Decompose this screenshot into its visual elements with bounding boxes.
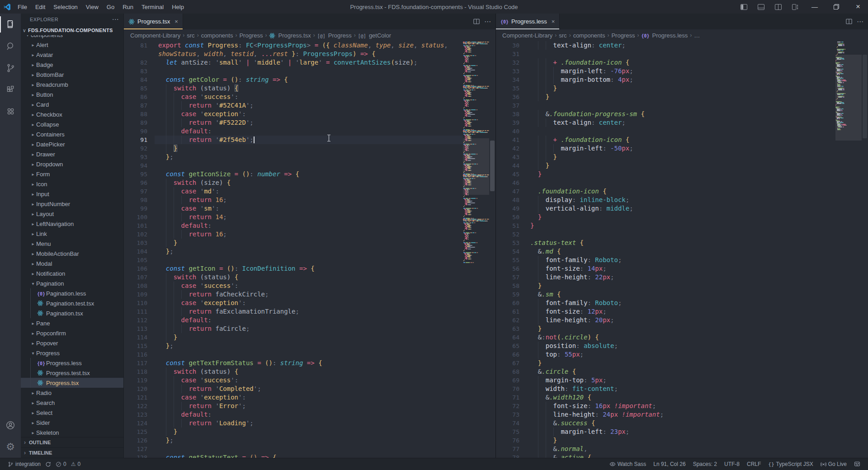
tree-item-leftnavigation[interactable]: ▸LeftNavigation — [21, 219, 123, 229]
code-editor[interactable]: 81export const Progress: FC<ProgressProp… — [124, 41, 495, 458]
breadcrumb-item[interactable]: Component-Library — [502, 32, 552, 39]
menu-run[interactable]: Run — [118, 4, 137, 10]
status-spaces-2[interactable]: Spaces: 2 — [691, 461, 719, 467]
status-ln-91-col-26[interactable]: Ln 91, Col 26 — [651, 461, 688, 467]
close-tab-icon[interactable]: × — [552, 18, 555, 25]
status-feedback[interactable] — [852, 461, 863, 467]
tree-item-notification[interactable]: ▸Notification — [21, 268, 123, 278]
outline-section[interactable]: › OUTLINE — [21, 437, 123, 447]
tree-item-progress[interactable]: ▾Progress — [21, 348, 123, 358]
tree-item-menu[interactable]: ▸Menu — [21, 239, 123, 249]
breadcrumb-item[interactable]: src — [187, 32, 194, 39]
split-editor-layout-icon[interactable] — [770, 0, 786, 14]
breadcrumb-item[interactable]: Progress — [328, 32, 352, 39]
timeline-section[interactable]: › TIMELINE — [21, 447, 123, 458]
status-go-live[interactable]: Go Live — [818, 461, 849, 467]
close-tab-icon[interactable]: × — [175, 18, 178, 25]
tree-item-form[interactable]: ▸Form — [21, 169, 123, 179]
tree-item-badge[interactable]: ▸Badge — [21, 60, 123, 70]
tree-item-dropdown[interactable]: ▸Dropdown — [21, 159, 123, 169]
breadcrumb-item[interactable]: components — [201, 32, 233, 39]
tree-item-input[interactable]: ▸Input — [21, 189, 123, 199]
scrollbar-thumb[interactable] — [490, 141, 495, 191]
split-editor-icon[interactable] — [846, 19, 852, 24]
components-cluster-icon[interactable] — [0, 100, 21, 122]
minimap[interactable] — [463, 41, 489, 458]
tree-item-button[interactable]: ▸Button — [21, 89, 123, 99]
menu-help[interactable]: Help — [168, 4, 188, 10]
tree-item-components[interactable]: ▾components — [21, 35, 123, 40]
breadcrumb-item[interactable]: components — [573, 32, 605, 39]
status-watch-sass[interactable]: Watch Sass — [607, 461, 649, 467]
breadcrumb-item[interactable]: … — [694, 32, 700, 39]
tree-item-link[interactable]: ▸Link — [21, 229, 123, 239]
breadcrumb-item[interactable]: Progress.less — [652, 32, 688, 39]
close-window-button[interactable]: × — [848, 0, 868, 14]
tree-item-drawer[interactable]: ▸Drawer — [21, 149, 123, 159]
minimap-slider[interactable] — [463, 138, 489, 195]
code-editor[interactable]: 30 text-align: center;3132 + .foundation… — [496, 41, 868, 458]
minimap[interactable] — [835, 41, 862, 458]
tree-item-select[interactable]: ▸Select — [21, 408, 123, 418]
breadcrumb-item[interactable]: Progress — [611, 32, 635, 39]
breadcrumb[interactable]: Component-Library›src›components›Progres… — [124, 29, 495, 41]
tree-item-progress-test-tsx[interactable]: Progress.test.tsx — [21, 368, 123, 378]
split-editor-icon[interactable] — [473, 19, 480, 24]
settings-icon[interactable]: ⚙ — [0, 436, 21, 458]
scrollbar-thumb[interactable] — [863, 55, 867, 138]
extensions-icon[interactable] — [0, 79, 21, 100]
status-typescript-jsx[interactable]: {}TypeScript JSX — [766, 461, 815, 467]
tree-item-datepicker[interactable]: ▸DatePicker — [21, 139, 123, 149]
tree-item-collapse[interactable]: ▸Collapse — [21, 119, 123, 129]
tree-item-skeleton[interactable]: ▸Skeleton — [21, 428, 123, 437]
tree-item-radio[interactable]: ▸Radio — [21, 388, 123, 398]
menu-edit[interactable]: Edit — [31, 4, 49, 10]
tree-item-icon[interactable]: ▸Icon — [21, 179, 123, 189]
vertical-scrollbar[interactable] — [489, 41, 495, 458]
breadcrumb-item[interactable]: getColor — [369, 32, 391, 39]
tree-item-pagination-test-tsx[interactable]: Pagination.test.tsx — [21, 298, 123, 308]
tree-item-progress-tsx[interactable]: Progress.tsx — [21, 378, 123, 388]
tree-item-pagination-tsx[interactable]: Pagination.tsx — [21, 308, 123, 318]
minimap-slider[interactable] — [835, 55, 862, 141]
tree-item-modal[interactable]: ▸Modal — [21, 258, 123, 268]
status-0[interactable]: 0 — [53, 461, 69, 467]
tree-item-sider[interactable]: ▸Sider — [21, 418, 123, 428]
tree-item-bottombar[interactable]: ▸BottomBar — [21, 70, 123, 80]
breadcrumb-item[interactable]: Progress.tsx — [278, 32, 311, 39]
explorer-icon[interactable] — [0, 14, 21, 35]
tree-item-layout[interactable]: ▸Layout — [21, 209, 123, 219]
status-utf-8[interactable]: UTF-8 — [722, 461, 742, 467]
menu-view[interactable]: View — [82, 4, 103, 10]
restore-button[interactable] — [826, 0, 846, 14]
source-control-icon[interactable] — [0, 57, 21, 79]
menu-go[interactable]: Go — [103, 4, 118, 10]
tree-item-popconfirm[interactable]: ▸Popconfirm — [21, 328, 123, 338]
tree-item-popover[interactable]: ▸Popover — [21, 338, 123, 348]
menu-terminal[interactable]: Terminal — [137, 4, 168, 10]
tree-item-containers[interactable]: ▸Containers — [21, 129, 123, 139]
breadcrumb-item[interactable]: Progress — [239, 32, 263, 39]
tab-progress-less[interactable]: {0}Progress.less× — [496, 14, 560, 29]
status-crlf[interactable]: CRLF — [745, 461, 763, 467]
toggle-panel-icon[interactable] — [753, 0, 769, 14]
tree-item-card[interactable]: ▸Card — [21, 99, 123, 109]
breadcrumb-item[interactable]: src — [559, 32, 566, 39]
tree-item-pagination[interactable]: ▾Pagination — [21, 278, 123, 288]
tree-item-alert[interactable]: ▸Alert — [21, 40, 123, 50]
status-integration[interactable]: integration — [5, 461, 43, 467]
tree-item-breadcrumb[interactable]: ▸Breadcrumb — [21, 80, 123, 89]
tree-item-pane[interactable]: ▸Pane — [21, 318, 123, 328]
tab-progress-tsx[interactable]: Progress.tsx× — [124, 14, 183, 29]
breadcrumb-item[interactable]: Component-Library — [130, 32, 180, 39]
tree-item-pagination-less[interactable]: {0}Pagination.less — [21, 288, 123, 298]
minimize-button[interactable]: — — [805, 0, 825, 14]
more-actions-icon[interactable]: ⋯ — [857, 18, 863, 26]
workspace-section-header[interactable]: ∨ FDS.FOUNDATION-COMPONENTS — [21, 25, 123, 35]
explorer-more-actions-icon[interactable]: ⋯ — [112, 15, 119, 24]
breadcrumb[interactable]: Component-Library›src›components›Progres… — [496, 29, 868, 41]
tree-item-mobileactionbar[interactable]: ▸MobileActionBar — [21, 249, 123, 258]
tree-item-avatar[interactable]: ▸Avatar — [21, 50, 123, 60]
account-icon[interactable] — [0, 414, 21, 436]
tree-item-inputnumber[interactable]: ▸InputNumber — [21, 199, 123, 209]
